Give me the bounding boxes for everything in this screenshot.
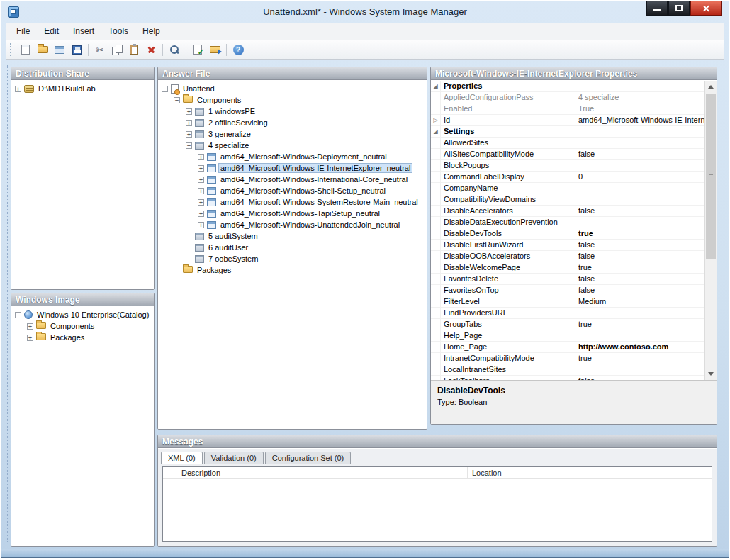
property-row[interactable]: EnabledTrue bbox=[431, 103, 704, 115]
property-value[interactable] bbox=[575, 183, 704, 194]
tree-item[interactable]: −Unattend bbox=[158, 83, 427, 94]
tree-item[interactable]: −4 specialize bbox=[158, 140, 427, 151]
close-button[interactable] bbox=[690, 1, 722, 16]
property-row[interactable]: FavoritesDeletefalse bbox=[431, 274, 704, 285]
expand-icon[interactable]: + bbox=[186, 120, 192, 126]
column-description[interactable]: Description bbox=[163, 467, 468, 478]
property-value[interactable]: false bbox=[575, 274, 704, 284]
save-answer-file-button[interactable] bbox=[69, 42, 84, 57]
messages-tab-0[interactable]: XML (0) bbox=[161, 452, 203, 464]
scroll-up-icon[interactable] bbox=[705, 81, 717, 93]
property-row[interactable]: Home_Pagehttp://www.contoso.com bbox=[431, 342, 704, 353]
tree-item-label[interactable]: Components bbox=[196, 96, 242, 104]
tree-item-label[interactable]: D:\MDTBuildLab bbox=[37, 84, 97, 93]
tree-item-label[interactable]: Packages bbox=[196, 266, 232, 274]
property-row[interactable]: DisableWelcomePagetrue bbox=[431, 262, 704, 274]
tree-item[interactable]: +2 offlineServicing bbox=[158, 117, 427, 128]
expand-icon[interactable]: + bbox=[186, 108, 192, 115]
tree-item-label[interactable]: amd64_Microsoft-Windows-Deployment_neutr… bbox=[219, 152, 388, 161]
tree-item[interactable]: +Components bbox=[11, 320, 154, 332]
collapse-icon[interactable]: − bbox=[162, 86, 168, 92]
expand-icon[interactable]: + bbox=[27, 323, 33, 330]
tree-item[interactable]: +amd64_Microsoft-Windows-Shell-Setup_neu… bbox=[158, 185, 427, 196]
property-value[interactable]: true bbox=[575, 319, 704, 330]
tree-item-label[interactable]: Components bbox=[49, 322, 96, 330]
property-row[interactable]: DisableAcceleratorsfalse bbox=[431, 206, 704, 217]
expand-icon[interactable]: + bbox=[198, 199, 204, 206]
tree-item-label[interactable]: Unattend bbox=[181, 84, 216, 93]
tree-item[interactable]: +amd64_Microsoft-Windows-International-C… bbox=[158, 174, 427, 185]
tree-item[interactable]: 6 auditUser bbox=[158, 242, 427, 253]
collapse-icon[interactable]: − bbox=[15, 312, 21, 318]
menu-edit[interactable]: Edit bbox=[37, 24, 66, 38]
tree-item-label[interactable]: amd64_Microsoft-Windows-IE-InternetExplo… bbox=[219, 164, 412, 172]
property-row[interactable]: FilterLevelMedium bbox=[431, 296, 704, 308]
create-configuration-set-button[interactable] bbox=[207, 42, 223, 57]
property-value[interactable] bbox=[575, 81, 704, 91]
property-row[interactable]: CommandLabelDisplay0 bbox=[431, 172, 704, 183]
property-row[interactable]: AllowedSites bbox=[431, 138, 704, 149]
tree-item-label[interactable]: 6 auditUser bbox=[207, 243, 249, 252]
menu-insert[interactable]: Insert bbox=[66, 24, 101, 38]
property-row[interactable]: CompatibilityViewDomains bbox=[431, 194, 704, 206]
messages-tab-2[interactable]: Configuration Set (0) bbox=[265, 452, 352, 464]
toolbar-grip[interactable] bbox=[10, 43, 13, 56]
maximize-button[interactable] bbox=[668, 1, 690, 16]
tree-item-label[interactable]: amd64_Microsoft-Windows-SystemRestore-Ma… bbox=[219, 198, 420, 206]
tree-item[interactable]: +Packages bbox=[11, 332, 154, 343]
collapse-icon[interactable]: − bbox=[186, 142, 192, 149]
tree-item-label[interactable]: amd64_Microsoft-Windows-TapiSetup_neutra… bbox=[219, 209, 381, 218]
expand-icon[interactable]: + bbox=[27, 335, 33, 341]
tree-item-label[interactable]: amd64_Microsoft-Windows-International-Co… bbox=[219, 175, 409, 184]
expand-icon[interactable]: + bbox=[198, 165, 204, 172]
paste-button[interactable] bbox=[126, 42, 142, 57]
property-value[interactable]: 0 bbox=[575, 172, 704, 182]
messages-tab-1[interactable]: Validation (0) bbox=[204, 452, 264, 464]
property-value[interactable]: amd64_Microsoft-Windows-IE-InternetEx bbox=[575, 115, 704, 125]
tree-item[interactable]: +amd64_Microsoft-Windows-Deployment_neut… bbox=[158, 151, 427, 162]
property-row[interactable]: LocalIntranetSites bbox=[431, 364, 704, 376]
tree-item[interactable]: +3 generalize bbox=[158, 128, 427, 140]
expand-icon[interactable]: + bbox=[198, 211, 204, 217]
property-row[interactable]: Help_Page bbox=[431, 330, 704, 342]
expand-icon[interactable]: + bbox=[15, 86, 21, 92]
validate-answer-file-button[interactable] bbox=[190, 42, 206, 57]
tree-item[interactable]: −Windows 10 Enterprise(Catalog) bbox=[11, 309, 154, 320]
find-button[interactable] bbox=[167, 42, 182, 57]
property-row[interactable]: DisableFirstRunWizardfalse bbox=[431, 240, 704, 251]
expand-icon[interactable]: + bbox=[186, 131, 192, 138]
property-row[interactable]: AppliedConfigurationPass4 specialize bbox=[431, 92, 704, 103]
property-value[interactable]: http://www.contoso.com bbox=[575, 342, 704, 352]
section-expanded-icon[interactable]: ◢ bbox=[431, 126, 441, 137]
scrollbar-thumb[interactable] bbox=[706, 94, 716, 259]
delete-button[interactable] bbox=[143, 42, 159, 57]
property-section-row[interactable]: ◢Properties bbox=[431, 81, 704, 92]
tree-item[interactable]: −Components bbox=[158, 94, 427, 106]
tree-item[interactable]: +amd64_Microsoft-Windows-SystemRestore-M… bbox=[158, 196, 427, 208]
property-value[interactable] bbox=[575, 160, 704, 171]
titlebar[interactable]: Unattend.xml* - Windows System Image Man… bbox=[1, 1, 729, 23]
tree-item[interactable]: 7 oobeSystem bbox=[158, 253, 427, 264]
tree-item-label[interactable]: amd64_Microsoft-Windows-UnattendedJoin_n… bbox=[219, 220, 401, 229]
tree-item[interactable]: +amd64_Microsoft-Windows-UnattendedJoin_… bbox=[158, 219, 427, 230]
open-windows-image-button[interactable] bbox=[52, 42, 67, 57]
property-value[interactable]: false bbox=[575, 240, 704, 250]
tree-item[interactable]: 5 auditSystem bbox=[158, 230, 427, 242]
copy-button[interactable] bbox=[109, 42, 125, 57]
property-value[interactable]: True bbox=[575, 103, 704, 114]
properties-scrollbar[interactable] bbox=[704, 81, 717, 380]
tree-item-label[interactable]: Windows 10 Enterprise(Catalog) bbox=[35, 310, 150, 319]
tree-item-label[interactable]: Packages bbox=[49, 333, 86, 342]
property-value[interactable]: false bbox=[575, 251, 704, 262]
tree-item-label[interactable]: 5 auditSystem bbox=[207, 232, 259, 240]
tree-item-label[interactable]: 3 generalize bbox=[207, 130, 252, 138]
new-answer-file-button[interactable] bbox=[18, 42, 33, 57]
property-row[interactable]: ▷Idamd64_Microsoft-Windows-IE-InternetEx bbox=[431, 115, 704, 126]
scroll-down-icon[interactable] bbox=[705, 368, 717, 380]
tree-item[interactable]: +amd64_Microsoft-Windows-TapiSetup_neutr… bbox=[158, 208, 427, 219]
property-value[interactable]: true bbox=[575, 262, 704, 273]
tree-item-label[interactable]: 1 windowsPE bbox=[207, 107, 257, 116]
property-row[interactable]: DisableDevToolstrue bbox=[431, 228, 704, 240]
property-value[interactable]: false bbox=[575, 206, 704, 216]
property-value[interactable]: true bbox=[575, 228, 704, 239]
